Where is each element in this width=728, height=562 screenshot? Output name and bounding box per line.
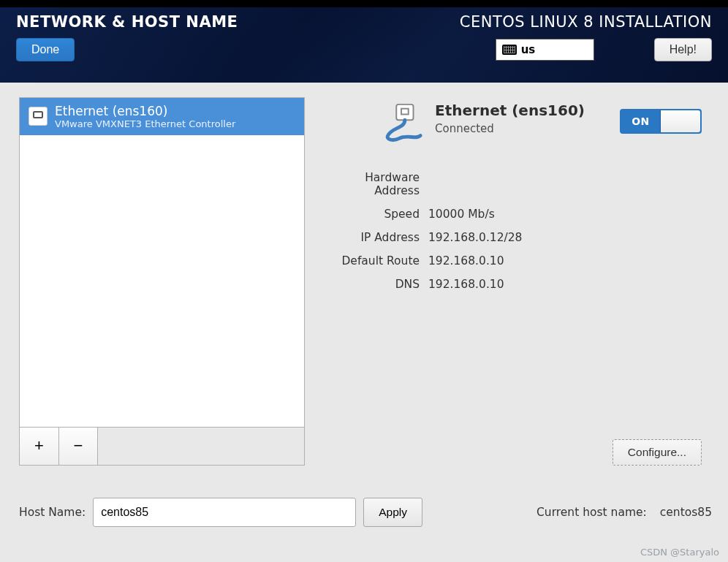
- ethernet-large-icon: [379, 102, 425, 147]
- upper-row: Ethernet (ens160) VMware VMXNET3 Etherne…: [19, 97, 712, 466]
- remove-network-button[interactable]: −: [58, 428, 98, 466]
- apply-hostname-button[interactable]: Apply: [363, 498, 422, 527]
- value-speed: 10000 Mb/s: [428, 208, 712, 221]
- row-default-route: Default Route 192.168.0.10: [321, 249, 712, 273]
- hostname-label: Host Name:: [19, 506, 86, 519]
- detail-properties: Hardware Address Speed 10000 Mb/s IP Add…: [321, 166, 712, 296]
- network-item-subtitle: VMware VMXNET3 Ethernet Controller: [55, 118, 235, 129]
- detail-title: Ethernet (ens160): [435, 102, 585, 119]
- watermark: CSDN @Staryalo: [640, 547, 719, 558]
- top-bar-left: NETWORK & HOST NAME Done: [16, 13, 238, 83]
- keyboard-layout-code: us: [521, 43, 536, 56]
- detail-titles: Ethernet (ens160) Connected: [435, 102, 585, 135]
- current-hostname-label: Current host name:: [536, 506, 647, 519]
- install-title: CENTOS LINUX 8 INSTALLATION: [460, 13, 712, 31]
- label-default-route: Default Route: [321, 254, 420, 267]
- network-list[interactable]: Ethernet (ens160) VMware VMXNET3 Etherne…: [20, 98, 304, 427]
- svg-rect-0: [396, 105, 413, 120]
- label-dns: DNS: [321, 278, 420, 291]
- network-item-texts: Ethernet (ens160) VMware VMXNET3 Etherne…: [55, 104, 235, 129]
- top-bar-right-row: us Help!: [496, 38, 712, 61]
- top-bar: NETWORK & HOST NAME Done CENTOS LINUX 8 …: [0, 0, 728, 83]
- network-list-item[interactable]: Ethernet (ens160) VMware VMXNET3 Etherne…: [20, 98, 304, 135]
- network-list-toolbar: + −: [20, 427, 304, 465]
- label-hardware-address: Hardware Address: [321, 171, 420, 197]
- content-area: Ethernet (ens160) VMware VMXNET3 Etherne…: [0, 83, 728, 540]
- row-ip-address: IP Address 192.168.0.12/28: [321, 226, 712, 249]
- network-detail-panel: Ethernet (ens160) Connected ON Hardware …: [318, 97, 712, 466]
- row-speed: Speed 10000 Mb/s: [321, 202, 712, 226]
- row-dns: DNS 192.168.0.10: [321, 273, 712, 296]
- label-ip-address: IP Address: [321, 231, 420, 244]
- toggle-knob: [660, 110, 700, 132]
- connection-toggle[interactable]: ON: [620, 109, 702, 134]
- value-default-route: 192.168.0.10: [428, 254, 712, 267]
- keyboard-layout-selector[interactable]: us: [496, 39, 594, 61]
- configure-button[interactable]: Configure...: [613, 439, 702, 466]
- value-ip-address: 192.168.0.12/28: [428, 231, 712, 244]
- page-title: NETWORK & HOST NAME: [16, 13, 238, 31]
- hostname-row: Host Name: Apply Current host name: cent…: [19, 498, 712, 527]
- network-item-title: Ethernet (ens160): [55, 104, 235, 118]
- detail-status: Connected: [435, 122, 585, 135]
- ethernet-icon: [29, 107, 48, 126]
- current-hostname-value: centos85: [660, 506, 712, 519]
- current-hostname: Current host name: centos85: [536, 506, 712, 519]
- label-speed: Speed: [321, 208, 420, 221]
- toggle-on-label: ON: [621, 110, 660, 132]
- network-list-panel: Ethernet (ens160) VMware VMXNET3 Etherne…: [19, 97, 305, 466]
- done-button[interactable]: Done: [16, 38, 75, 61]
- value-hardware-address: [428, 171, 712, 197]
- add-network-button[interactable]: +: [20, 428, 59, 466]
- help-button[interactable]: Help!: [654, 38, 712, 61]
- keyboard-icon: [502, 45, 517, 55]
- top-bar-right: CENTOS LINUX 8 INSTALLATION us Help!: [460, 13, 712, 83]
- value-dns: 192.168.0.10: [428, 278, 712, 291]
- hostname-input[interactable]: [93, 498, 356, 527]
- row-hardware-address: Hardware Address: [321, 166, 712, 202]
